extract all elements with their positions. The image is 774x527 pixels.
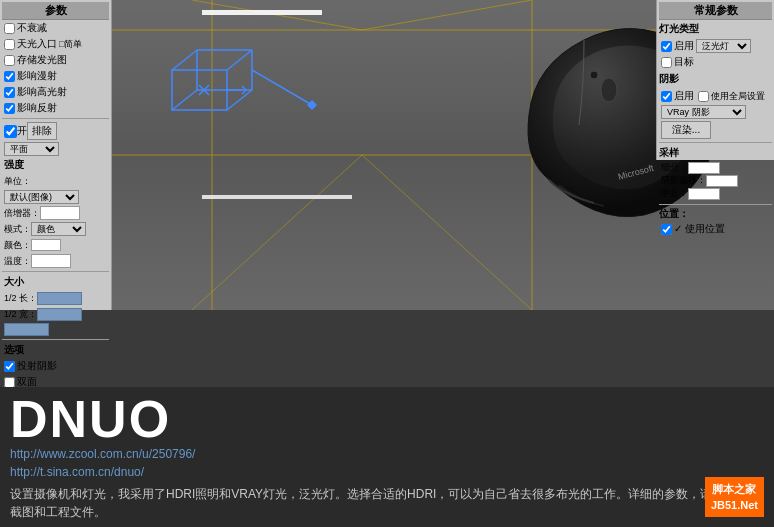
svg-line-12 xyxy=(172,90,197,110)
use-position-row: ✓ 使用位置 xyxy=(659,221,772,237)
temp-input[interactable]: 65500 xyxy=(31,254,71,268)
cast-shadows-checkbox[interactable] xyxy=(4,361,15,372)
half-length-row: 1/2 长： 210.877 xyxy=(2,290,109,306)
modify-title: 位置： xyxy=(659,207,772,221)
svg-point-26 xyxy=(590,71,598,79)
enabled-label: 启用 xyxy=(674,39,694,53)
no-decay-label: 不衰减 xyxy=(17,21,47,35)
multiplier-label: 倍增器： xyxy=(4,206,40,220)
svg-line-10 xyxy=(227,50,252,70)
url1-text[interactable]: http://www.zcool.com.cn/u/250796/ xyxy=(10,445,764,463)
bottom-panel: DNUO http://www.zcool.com.cn/u/250796/ h… xyxy=(0,387,774,527)
svg-line-9 xyxy=(172,50,197,70)
jb51-line1: 脚本之家 xyxy=(711,481,758,497)
color-swatch[interactable] xyxy=(31,239,61,251)
simple-label: □简单 xyxy=(59,37,82,51)
store-irradiance-row: 存储发光图 xyxy=(2,52,109,68)
targeted-checkbox[interactable] xyxy=(661,57,672,68)
use-position-label: ✓ 使用位置 xyxy=(674,222,725,236)
description-text: 设置摄像机和灯光，我采用了HDRI照明和VRAY灯光，泛光灯。选择合适的HDRI… xyxy=(10,485,764,521)
divider3 xyxy=(2,339,109,340)
right-panel-title: 常规参数 xyxy=(659,2,772,20)
on-row: 开 排除 xyxy=(2,121,109,141)
no-decay-row: 不衰减 xyxy=(2,20,109,36)
shadow-bias-label: 阴影偏移： xyxy=(661,174,706,187)
jb51-badge: 脚本之家 JB51.Net xyxy=(705,477,764,517)
left-parameter-panel: 参数 不衰减 天光入口 □简单 存储发光图 影响漫射 影响高光射 影响反射 xyxy=(0,0,112,310)
sampling-title: 采样 xyxy=(659,145,772,161)
fine-input[interactable]: 50 xyxy=(688,162,720,174)
use-global-checkbox[interactable] xyxy=(698,91,709,102)
url2-text[interactable]: http://t.sina.com.cn/dnuo/ xyxy=(10,463,764,481)
bottom-content: DNUO http://www.zcool.com.cn/u/250796/ h… xyxy=(10,393,764,521)
color-row: 颜色： xyxy=(2,237,109,253)
targeted-label: 目标 xyxy=(674,55,694,69)
mode-row: 模式： 颜色 xyxy=(2,221,109,237)
affect-reflections-checkbox[interactable] xyxy=(4,103,15,114)
mode-label: 模式： xyxy=(4,222,31,236)
right-parameter-panel: 常规参数 灯光类型 启用 泛光灯 目标 阴影 启用 使用全局设置 VRay 阴影 xyxy=(656,0,774,160)
affect-reflections-label: 影响反射 xyxy=(17,101,57,115)
remove-button[interactable]: 排除 xyxy=(27,122,57,140)
cast-shadows-row: 投射阴影 xyxy=(2,358,109,374)
temp-label: 温度： xyxy=(4,254,31,268)
cutoff-row: 中止： 0.001 xyxy=(659,187,772,200)
sky-portal-checkbox[interactable] xyxy=(4,39,15,50)
dnuo-text: DNUO xyxy=(10,393,764,445)
svg-marker-18 xyxy=(307,100,317,110)
shadow-type-row: VRay 阴影 xyxy=(659,104,772,120)
options-label: 选项 xyxy=(2,342,109,358)
shadow-enabled-checkbox[interactable] xyxy=(661,91,672,102)
affect-specular-checkbox[interactable] xyxy=(4,87,15,98)
shadow-enabled-row: 启用 使用全局设置 xyxy=(659,88,772,104)
type-select[interactable]: 平面 xyxy=(4,142,59,156)
half-width-row: 1/2 宽： 100.46 xyxy=(2,306,109,322)
unit-row: 单位： xyxy=(2,173,109,189)
half-length-label: 1/2 长： xyxy=(4,291,37,305)
light-type-title: 灯光类型 xyxy=(659,20,772,38)
store-irradiance-checkbox[interactable] xyxy=(4,55,15,66)
double-sided-checkbox[interactable] xyxy=(4,377,15,388)
light-bar-top xyxy=(202,10,322,15)
strength-label: 强度 xyxy=(2,157,109,173)
shadow-type-select[interactable]: VRay 阴影 xyxy=(661,105,746,119)
affect-specular-row: 影响高光射 xyxy=(2,84,109,100)
half-width-label: 1/2 宽： xyxy=(4,307,37,321)
mode-select[interactable]: 颜色 xyxy=(31,222,86,236)
half-length-input[interactable]: 210.877 xyxy=(37,292,82,305)
divider1 xyxy=(2,118,109,119)
affect-diffuse-checkbox[interactable] xyxy=(4,71,15,82)
temp-row: 温度： 65500 xyxy=(2,253,109,269)
light-type-select[interactable]: 泛光灯 xyxy=(696,39,751,53)
divider2 xyxy=(2,271,109,272)
top-panel: 参数 不衰减 天光入口 □简单 存储发光图 影响漫射 影响高光射 影响反射 xyxy=(0,0,774,310)
unit-label: 单位： xyxy=(4,174,31,188)
render-row: 渲染... xyxy=(659,120,772,140)
enabled-row: 启用 泛光灯 xyxy=(659,38,772,54)
svg-line-13 xyxy=(227,90,252,110)
size-label: 大小 xyxy=(2,274,109,290)
half-length3-row: 100 xyxy=(2,322,109,337)
use-global-label: 使用全局设置 xyxy=(711,89,765,103)
shadow-bias-input[interactable]: 0.02 xyxy=(706,175,738,187)
unit-value-row: 默认(图像) xyxy=(2,189,109,205)
on-label: 开 xyxy=(17,124,27,138)
bottom-left: DNUO http://www.zcool.com.cn/u/250796/ h… xyxy=(10,393,764,521)
cast-shadows-label: 投射阴影 xyxy=(17,359,57,373)
half-width-input[interactable]: 100.46 xyxy=(37,308,82,321)
sampling-section: 采样 细分： 50 阴影偏移： 0.02 中止： 0.001 xyxy=(659,142,772,200)
use-position-checkbox[interactable] xyxy=(661,224,672,235)
svg-line-4 xyxy=(192,0,362,30)
shadow-title: 阴影 xyxy=(659,70,772,88)
light-rig-svg xyxy=(162,40,332,170)
render-button[interactable]: 渲染... xyxy=(661,121,711,139)
unit-select[interactable]: 默认(图像) xyxy=(4,190,79,204)
multiplier-input[interactable]: 3.2 xyxy=(40,206,80,220)
half-length3-input[interactable]: 100 xyxy=(4,323,49,336)
cutoff-input[interactable]: 0.001 xyxy=(688,188,720,200)
on-checkbox[interactable] xyxy=(4,125,17,138)
sky-portal-row: 天光入口 □简单 xyxy=(2,36,109,52)
enabled-checkbox[interactable] xyxy=(661,41,672,52)
affect-diffuse-label: 影响漫射 xyxy=(17,69,57,83)
no-decay-checkbox[interactable] xyxy=(4,23,15,34)
